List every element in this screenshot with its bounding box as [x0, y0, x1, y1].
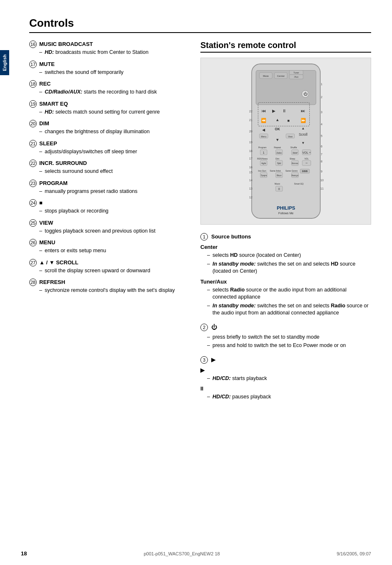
source-buttons-section: 1 Source buttons Center – selects HD sou… [200, 233, 371, 317]
remote-control-image: PHILIPS Follows Me 22 21 20 19 18 17 [200, 58, 371, 225]
svg-text:Sleep: Sleep [289, 157, 295, 160]
svg-text:■: ■ [287, 119, 290, 123]
svg-text:▶: ▶ [272, 109, 276, 113]
control-item-26: 26MENU–enters or exits setup menu [29, 239, 188, 255]
control-num-19: 19 [29, 100, 37, 108]
page-number: 18 [21, 550, 27, 557]
right-column: Station's remote control PHILIPS Follows… [200, 41, 371, 408]
svg-text:3def: 3def [292, 151, 297, 154]
svg-text:3: 3 [321, 111, 322, 114]
svg-text:⏩: ⏩ [300, 118, 306, 123]
svg-text:2: 2 [321, 96, 322, 99]
page-footer: 18 p001-p051_WACS700_EngNEW2 18 9/16/200… [0, 550, 392, 557]
control-title-23: PROGRAM [39, 180, 68, 186]
svg-text:0: 0 [278, 187, 280, 191]
control-num-17: 17 [29, 61, 37, 68]
svg-text:Music: Music [274, 182, 280, 185]
control-num-23: 23 [29, 180, 37, 187]
control-title-17: MUTE [39, 61, 55, 67]
svg-text:8: 8 [321, 160, 322, 163]
control-num-21: 21 [29, 140, 37, 147]
svg-text:▲: ▲ [301, 127, 305, 130]
item3-circle: 3 [200, 356, 208, 364]
svg-text:7pqrs: 7pqrs [260, 174, 266, 177]
footer-right: 9/16/2005, 09:07 [336, 551, 371, 556]
item2-desc-1: – press briefly to switch the set to sta… [207, 334, 371, 341]
control-title-21: SLEEP [39, 140, 57, 147]
svg-text:9: 9 [321, 170, 322, 173]
svg-text:5jkl: 5jkl [277, 162, 281, 165]
control-item-19: 19SMART EQ–HD: selects match sound setti… [29, 100, 188, 116]
tuner-desc-2: – In standby mode: switches the set on a… [207, 302, 371, 317]
control-desc: –scroll the display screen upward or dow… [39, 267, 188, 275]
language-label: English [2, 54, 7, 71]
page: English Controls 16MUSIC BROADCAST–HD: b… [0, 0, 392, 565]
control-desc: –switches the sound off temporarily [39, 69, 188, 76]
svg-text:PHILIPS: PHILIPS [277, 205, 295, 210]
control-num-22: 22 [29, 160, 37, 167]
svg-text:14: 14 [249, 179, 252, 182]
svg-text:16: 16 [249, 166, 252, 169]
language-tab: English [0, 50, 9, 75]
svg-text:Program: Program [258, 146, 266, 149]
svg-text:9wxyz: 9wxyz [291, 174, 298, 177]
control-num-26: 26 [29, 239, 37, 246]
tuner-aux-subtitle: Tuner/Aux [200, 279, 371, 285]
control-num-16: 16 [29, 41, 37, 48]
control-item-25: 25VIEW–toggles playback screen and previ… [29, 219, 188, 235]
item2-symbol: ⏻ [211, 324, 217, 330]
footer-left: p001-p051_WACS700_EngNEW2 18 [144, 551, 220, 556]
control-desc: –stops playback or recording [39, 208, 188, 215]
control-desc: –CD/Radio/AUX: starts the recording to h… [39, 89, 188, 96]
control-item-28: 28REFRESH–sychronize remote control's di… [29, 279, 188, 294]
svg-text:▼: ▼ [301, 141, 305, 145]
svg-text:⏭: ⏭ [301, 109, 305, 113]
control-title-25: VIEW [39, 220, 53, 226]
control-item-21: 21SLEEP–adjusts/displays/switches off sl… [29, 140, 188, 156]
item2-section: 2 ⏻ – press briefly to switch the set to… [200, 324, 371, 350]
control-desc: –adjusts/displays/switches off sleep tim… [39, 148, 188, 156]
control-title-22: INCR. SURROUND [39, 160, 87, 166]
svg-text:7: 7 [321, 153, 322, 156]
control-item-24: 24■–stops playback or recording [29, 199, 188, 215]
control-desc: –toggles playback screen and previous op… [39, 228, 188, 235]
source-circle-num: 1 [200, 233, 208, 241]
control-title-19: SMART EQ [39, 101, 68, 107]
pause-desc: – HD/CD: pauses playback [207, 393, 371, 401]
svg-text:Incr.Surr.: Incr.Surr. [258, 170, 267, 172]
control-desc: –HD: selects match sound setting for cur… [39, 109, 188, 116]
svg-text:11: 11 [320, 187, 324, 190]
control-title-16: MUSIC BROADCAST [39, 41, 93, 47]
controls-list: 16MUSIC BROADCAST–HD: broadcasts music f… [29, 41, 188, 294]
svg-text:2abc: 2abc [276, 151, 281, 154]
svg-text:OK: OK [275, 127, 280, 131]
svg-text:Mute: Mute [263, 74, 268, 77]
control-title-20: DIM [39, 120, 49, 127]
svg-text:Same Artist: Same Artist [270, 170, 281, 172]
item2-desc-2: – press and hold to switch the set to Ec… [207, 342, 371, 350]
control-title-27: ▲ / ▼ SCROLL [39, 259, 78, 266]
tuner-desc-1: – selects Radio source or the audio inpu… [207, 286, 371, 301]
control-item-27: 27▲ / ▼ SCROLL–scroll the display screen… [29, 259, 188, 275]
svg-text:Repeat: Repeat [274, 146, 281, 149]
svg-text:10: 10 [320, 179, 324, 182]
control-num-20: 20 [29, 120, 37, 127]
svg-text:View: View [288, 135, 292, 138]
svg-text:18: 18 [249, 149, 252, 153]
svg-text:1: 1 [321, 83, 322, 86]
control-num-27: 27 [29, 259, 37, 266]
svg-text:Follows Me: Follows Me [278, 212, 293, 215]
control-item-20: 20DIM–changes the brightness of display … [29, 120, 188, 136]
pause-symbol-title: II [200, 385, 371, 392]
control-desc: –enters or exits setup menu [39, 247, 188, 255]
control-title-26: MENU [39, 239, 55, 246]
svg-text:RDS/News: RDS/News [257, 157, 267, 160]
svg-text:▲: ▲ [275, 118, 279, 122]
control-num-25: 25 [29, 219, 37, 227]
station-remote-title: Station's remote control [200, 41, 371, 53]
svg-text:4ghi: 4ghi [261, 162, 266, 165]
control-title-28: REFRESH [39, 279, 65, 285]
page-title: Controls [29, 17, 371, 33]
item3-symbol: ▶ [211, 356, 216, 363]
svg-text:21: 21 [249, 119, 252, 122]
